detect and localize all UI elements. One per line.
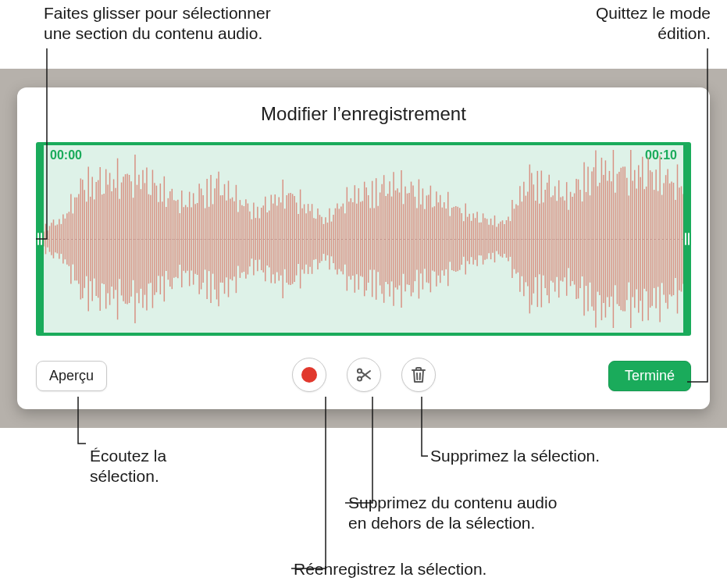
callout-text: Quittez le mode <box>596 3 711 23</box>
callout-exit-mode: Quittez le mode édition. <box>596 3 711 45</box>
editor-panel: Modifier l’enregistrement 00:00 00:10 Ap… <box>17 87 710 409</box>
waveform <box>44 145 683 333</box>
screenshot-frame: Modifier l’enregistrement 00:00 00:10 Ap… <box>0 69 727 428</box>
callout-rerecord: Réenregistrez la sélection. <box>294 559 486 579</box>
controls-row: Aperçu <box>36 358 691 394</box>
callout-text: Écoutez la <box>90 446 166 466</box>
callout-text: édition. <box>596 23 711 44</box>
trim-button[interactable] <box>347 358 381 392</box>
svg-line-333 <box>361 371 369 378</box>
record-icon <box>301 367 317 383</box>
callout-text: Faites glisser pour sélectionner <box>44 3 271 23</box>
waveform-area[interactable]: 00:00 00:10 <box>36 142 691 336</box>
callout-text: Supprimez la sélection. <box>430 447 600 465</box>
center-controls <box>292 358 436 392</box>
preview-button[interactable]: Aperçu <box>36 361 107 391</box>
callout-text: en dehors de la sélection. <box>348 513 557 533</box>
scissors-icon <box>355 365 373 384</box>
grip-icon <box>685 233 690 245</box>
svg-line-332 <box>361 372 369 379</box>
selection-handle-right[interactable] <box>683 142 691 336</box>
callout-delete-selection: Supprimez la sélection. <box>430 446 600 466</box>
grip-icon <box>37 233 42 245</box>
callout-listen: Écoutez la sélection. <box>90 446 166 487</box>
delete-button[interactable] <box>401 358 436 392</box>
editor-title: Modifier l’enregistrement <box>17 87 710 125</box>
selection-handle-left[interactable] <box>36 142 44 336</box>
done-button[interactable]: Terminé <box>608 361 691 391</box>
record-button[interactable] <box>292 358 326 392</box>
callout-text: Supprimez du contenu audio <box>348 493 557 513</box>
callout-text: sélection. <box>90 466 166 486</box>
callout-drag-select: Faites glisser pour sélectionner une sec… <box>44 3 271 45</box>
callout-text: Réenregistrez la sélection. <box>294 560 486 578</box>
callout-text: une section du contenu audio. <box>44 23 271 44</box>
trash-icon <box>410 365 427 384</box>
callout-trim-outside: Supprimez du contenu audio en dehors de … <box>348 493 557 534</box>
